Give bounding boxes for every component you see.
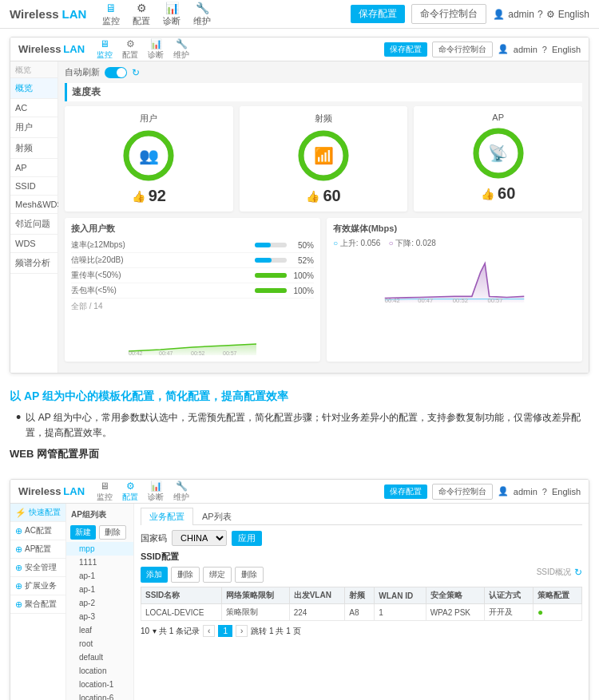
extend-icon: ⊕ [15,581,22,591]
svg-text:00:47: 00:47 [418,297,433,303]
donut-radio-num: 60 [323,187,340,205]
nav-diagnose[interactable]: 📊 诊断 [163,2,180,27]
th-auth: 认证方式 [485,587,534,604]
tree-item-ap2[interactable]: ap-2 [66,596,133,610]
page-1-btn[interactable]: 1 [218,625,232,637]
bar-bg-1 [255,243,287,247]
total-pages-label: 跳转 1 共 1 页 [251,626,300,637]
tab-business-config[interactable]: 业务配置 [141,508,193,525]
inner2-nav-maint[interactable]: 🔧 维护 [173,481,189,503]
svg-text:00:57: 00:57 [223,350,237,355]
sidebar-item-mesh[interactable]: Mesh&WDS [10,196,58,214]
inner2-nav-diag[interactable]: 📊 诊断 [148,481,164,503]
inner-nav-monitor-label: 监控 [97,49,113,61]
prev-page-btn[interactable]: ‹ [203,625,215,637]
stat-pct-2: 52% [290,256,314,265]
tree-new-btn[interactable]: 新建 [70,525,96,540]
sidebar2-agg[interactable]: ⊕ 聚合配置 [10,595,65,614]
auto-refresh-toggle[interactable] [105,67,127,78]
save-button[interactable]: 保存配置 [351,5,405,23]
inner2-nav-monitor[interactable]: 🖥 监控 [97,481,113,503]
tab-ap-list[interactable]: AP列表 [193,508,240,525]
thumbup-icon: 👍 [132,190,145,203]
inner2-logo-wireless: Wireless [18,485,61,497]
extend-label: 扩展业务 [25,580,57,591]
sidebar-item-spectrum[interactable]: 频谱分析 [10,253,58,274]
sidebar-item-radio[interactable]: 射频 [10,138,58,159]
inner2-save-button[interactable]: 保存配置 [384,484,427,499]
screenshot2-main: 业务配置 AP列表 国家码 CHINA 应用 SSID配置 添加 删除 绑定 删… [134,504,589,700]
tree-item-loc6[interactable]: location-6 [66,691,133,700]
next-page-btn[interactable]: › [236,625,248,637]
tree-item-1111[interactable]: 1111 [66,556,133,569]
ap-list-title: AP组列表 [66,507,133,523]
inner-monitor-icon: 🖥 [100,38,109,49]
inner-maint-icon: 🔧 [176,38,188,49]
tree-item-ap3[interactable]: ap-3 [66,610,133,623]
sidebar-item-overview[interactable]: 概览 [10,78,58,99]
ssid-add-btn[interactable]: 添加 [141,567,168,583]
sidebar-item-ssid[interactable]: SSID [10,177,58,196]
inner2-nav-config[interactable]: ⚙ 配置 [122,481,138,503]
svg-text:00:42: 00:42 [385,297,400,303]
country-select[interactable]: CHINA [172,530,227,546]
inner2-cmd-button[interactable]: 命令行控制台 [432,484,493,500]
help-icon: ? [538,9,543,20]
sidebar2-ac-config[interactable]: ⊕ AC配置 [10,522,65,540]
td-security: WPA2 PSK [426,604,484,621]
donut-ap-chart: 📡 [470,125,526,181]
main-header: Wireless LAN 🖥 监控 ⚙ 配置 📊 诊断 🔧 维护 保存配置 命令… [0,0,599,29]
users-total-label: 全部 / 14 [71,301,314,312]
inner-nav-diag[interactable]: 📊 诊断 [148,38,164,61]
screenshot2-box: Wireless LAN 🖥 监控 ⚙ 配置 📊 诊断 🔧 维护 保存配置 命令… [10,479,589,700]
stat-pct-1: 50% [290,241,314,250]
svg-text:00:47: 00:47 [159,350,173,355]
refresh-icon[interactable]: ↻ [132,67,140,78]
status-green-dot: ● [538,607,543,618]
tree-item-loc1[interactable]: location-1 [66,678,133,691]
ssid-refresh-icon[interactable]: ↻ [574,567,582,583]
nav-monitor[interactable]: 🖥 监控 [102,2,120,27]
tree-item-location[interactable]: location [66,664,133,678]
sidebar-item-ac[interactable]: AC [10,99,58,117]
ap-config-label: AP配置 [25,544,51,555]
inner-nav-monitor[interactable]: 🖥 监控 [97,38,113,61]
inner-cmd-button[interactable]: 命令行控制台 [432,42,493,57]
donut-user-chart: 👥 [121,128,177,184]
sidebar-item-neighbor[interactable]: 邻近问题 [10,214,58,235]
sidebar2-extend[interactable]: ⊕ 扩展业务 [10,577,65,595]
inner-nav-maint[interactable]: 🔧 维护 [173,38,189,61]
inner-username: admin [514,45,538,54]
tree-item-ap1[interactable]: ap-1 [66,569,133,583]
sidebar2-quick-config[interactable]: ⚡ 快速配置 [10,504,65,522]
nav-config[interactable]: ⚙ 配置 [133,2,150,27]
inner2-maint-icon: 🔧 [176,481,188,492]
ssid-del2-btn[interactable]: 删除 [235,567,264,583]
sidebar-item-wds[interactable]: WDS [10,235,58,253]
ssid-bind-btn[interactable]: 绑定 [203,567,232,583]
bar-fill-4 [255,288,287,293]
tree-item-leaf[interactable]: leaf [66,623,133,637]
apply-button[interactable]: 应用 [232,531,262,546]
inner2-help: ? [542,487,547,496]
tree-item-mpp[interactable]: mpp [66,542,133,556]
nav-maintain[interactable]: 🔧 维护 [193,2,211,27]
stat-label-1: 速率(≥12Mbps) [71,239,125,251]
svg-text:00:57: 00:57 [487,297,502,303]
th-wlan-id: WLAN ID [375,587,426,604]
sidebar-item-ap[interactable]: AP [10,159,58,177]
tree-del-btn[interactable]: 删除 [99,525,126,540]
security-label: 安全管理 [25,562,57,573]
ssid-del-btn[interactable]: 删除 [171,567,200,583]
sidebar2-ap-config[interactable]: ⊕ AP配置 [10,540,65,559]
tree-item-root[interactable]: root [66,637,133,651]
inner-nav-config[interactable]: ⚙ 配置 [122,38,138,61]
sidebar-item-user[interactable]: 用户 [10,117,58,138]
inner-save-button[interactable]: 保存配置 [384,42,427,57]
cmd-button[interactable]: 命令行控制台 [411,4,486,24]
sidebar2-security[interactable]: ⊕ 安全管理 [10,559,65,577]
stat-row-3: 重传率(<50%) 100% [71,268,314,283]
tree-item-ap1b[interactable]: ap-1 [66,583,133,596]
tree-item-default[interactable]: default [66,651,133,664]
stat-label-3: 重传率(<50%) [71,270,121,281]
